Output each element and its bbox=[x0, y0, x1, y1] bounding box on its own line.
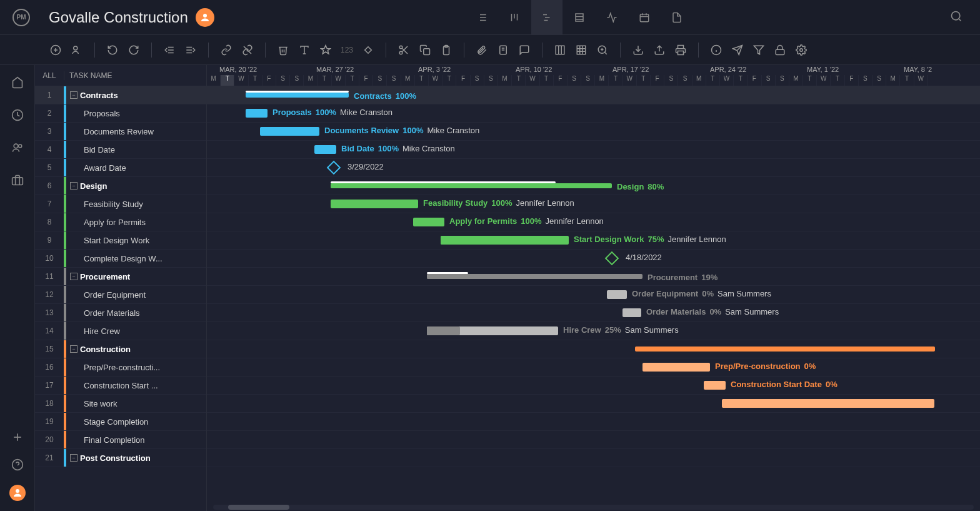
task-row[interactable]: 20Final Completion bbox=[35, 431, 206, 449]
task-row[interactable]: 13Order Materials bbox=[35, 304, 206, 322]
view-activity-icon[interactable] bbox=[596, 0, 628, 35]
search-icon[interactable] bbox=[945, 5, 968, 29]
cut-icon[interactable] bbox=[395, 41, 412, 59]
toolbar-number: 123 bbox=[341, 46, 353, 54]
horizontal-scrollbar[interactable] bbox=[213, 505, 974, 510]
delete-icon[interactable] bbox=[274, 41, 292, 59]
view-gantt-icon[interactable] bbox=[531, 0, 562, 35]
task-row[interactable]: 17Construction Start ... bbox=[35, 377, 206, 395]
link-icon[interactable] bbox=[218, 41, 235, 59]
gantt-bar[interactable]: Design80% bbox=[331, 183, 612, 188]
task-row[interactable]: 4Bid Date bbox=[35, 141, 206, 159]
gantt-bar[interactable]: Hire Crew25%Sam Summers bbox=[427, 326, 558, 335]
gantt-bar[interactable]: Bid Date100%Mike Cranston bbox=[314, 145, 336, 154]
send-icon[interactable] bbox=[729, 41, 746, 59]
plus-icon[interactable] bbox=[10, 430, 25, 445]
filter-icon[interactable] bbox=[750, 41, 768, 59]
gantt-body[interactable]: Contracts100%Proposals100%Mike CranstonD… bbox=[207, 86, 980, 511]
task-row[interactable]: 16Prep/Pre-constructi... bbox=[35, 358, 206, 377]
briefcase-icon[interactable] bbox=[10, 173, 25, 188]
scrollbar-thumb[interactable] bbox=[228, 505, 289, 510]
view-file-icon[interactable] bbox=[661, 0, 692, 35]
recent-icon[interactable] bbox=[10, 108, 25, 123]
column-task-name[interactable]: TASK NAME bbox=[64, 71, 206, 80]
view-board-icon[interactable] bbox=[499, 0, 530, 35]
column-all[interactable]: ALL bbox=[35, 71, 64, 80]
gantt-bar[interactable]: Start Design Work75%Jennifer Lennon bbox=[441, 236, 569, 245]
gantt-bar[interactable]: Contracts100% bbox=[246, 93, 349, 98]
milestone-marker[interactable] bbox=[327, 161, 341, 175]
task-row[interactable]: 14Hire Crew bbox=[35, 322, 206, 340]
gantt-chart: MAR, 20 '22MAR, 27 '22APR, 3 '22APR, 10 … bbox=[207, 65, 980, 511]
indent-icon[interactable] bbox=[182, 41, 199, 59]
copy-icon[interactable] bbox=[416, 41, 434, 59]
task-row[interactable]: 2Proposals bbox=[35, 104, 206, 123]
gantt-bar[interactable]: Proposals100%Mike Cranston bbox=[246, 109, 268, 118]
user-avatar[interactable] bbox=[196, 8, 214, 27]
sidebar-avatar[interactable] bbox=[9, 485, 26, 501]
app-logo[interactable]: PM bbox=[12, 9, 30, 26]
svg-rect-16 bbox=[641, 14, 649, 21]
task-row[interactable]: 10Complete Design W... bbox=[35, 250, 206, 268]
milestone-marker[interactable] bbox=[605, 251, 619, 266]
task-row[interactable]: 18Site work bbox=[35, 395, 206, 413]
settings-icon[interactable] bbox=[792, 41, 810, 59]
gantt-bar[interactable] bbox=[722, 399, 934, 408]
lock-icon[interactable] bbox=[771, 41, 789, 59]
task-row[interactable]: 3Documents Review bbox=[35, 123, 206, 141]
gantt-bar[interactable]: Order Materials0%Sam Summers bbox=[622, 308, 641, 317]
grid-icon[interactable] bbox=[572, 41, 590, 59]
attach-icon[interactable] bbox=[473, 41, 491, 59]
export-icon[interactable] bbox=[651, 41, 668, 59]
zoom-icon[interactable] bbox=[594, 41, 611, 59]
outdent-icon[interactable] bbox=[161, 41, 178, 59]
text-icon[interactable] bbox=[296, 41, 313, 59]
unlink-icon[interactable] bbox=[239, 41, 256, 59]
home-icon[interactable] bbox=[10, 75, 25, 90]
task-row[interactable]: 9Start Design Work bbox=[35, 231, 206, 250]
task-row[interactable]: 7Feasibility Study bbox=[35, 195, 206, 213]
task-row[interactable]: 21−Post Construction bbox=[35, 449, 206, 467]
import-icon[interactable] bbox=[629, 41, 647, 59]
task-row[interactable]: 19Stage Completion bbox=[35, 413, 206, 431]
view-calendar-icon[interactable] bbox=[629, 0, 660, 35]
task-row[interactable]: 11−Procurement bbox=[35, 268, 206, 286]
task-row[interactable]: 12Order Equipment bbox=[35, 286, 206, 304]
task-row[interactable]: 15−Construction bbox=[35, 340, 206, 358]
expand-icon[interactable]: − bbox=[70, 91, 78, 99]
gantt-bar[interactable]: Procurement19% bbox=[427, 274, 642, 279]
print-icon[interactable] bbox=[672, 41, 689, 59]
task-row[interactable]: 5Award Date bbox=[35, 159, 206, 177]
gantt-bar[interactable]: Prep/Pre-construction0% bbox=[642, 363, 710, 372]
expand-icon[interactable]: − bbox=[70, 273, 78, 280]
user-add-icon[interactable] bbox=[68, 41, 86, 59]
expand-icon[interactable]: − bbox=[70, 182, 78, 190]
task-row[interactable]: 6−Design bbox=[35, 177, 206, 195]
svg-rect-48 bbox=[556, 46, 564, 54]
milestone-icon[interactable] bbox=[359, 41, 377, 59]
comment-icon[interactable] bbox=[516, 41, 533, 59]
gantt-bar[interactable]: Apply for Permits100%Jennifer Lennon bbox=[413, 218, 444, 226]
expand-icon[interactable]: − bbox=[70, 345, 78, 353]
paste-icon[interactable] bbox=[438, 41, 455, 59]
task-row[interactable]: 8Apply for Permits bbox=[35, 213, 206, 231]
task-row[interactable]: 1−Contracts bbox=[35, 86, 206, 104]
add-icon[interactable] bbox=[47, 41, 64, 59]
columns-icon[interactable] bbox=[551, 41, 569, 59]
gantt-bar[interactable]: Order Equipment0%Sam Summers bbox=[607, 290, 627, 299]
svg-point-0 bbox=[203, 14, 207, 18]
gantt-bar[interactable]: Documents Review100%Mike Cranston bbox=[260, 127, 319, 136]
view-list-icon[interactable] bbox=[466, 0, 498, 35]
gantt-bar[interactable] bbox=[635, 347, 935, 352]
gantt-bar[interactable]: Feasibility Study100%Jennifer Lennon bbox=[331, 200, 418, 208]
expand-icon[interactable]: − bbox=[70, 454, 78, 462]
team-icon[interactable] bbox=[10, 140, 25, 155]
info-icon[interactable] bbox=[708, 41, 725, 59]
undo-icon[interactable] bbox=[104, 41, 121, 59]
view-sheet-icon[interactable] bbox=[564, 0, 595, 35]
redo-icon[interactable] bbox=[125, 41, 142, 59]
gantt-bar[interactable]: Construction Start Date0% bbox=[704, 381, 726, 390]
note-icon[interactable] bbox=[494, 41, 512, 59]
help-icon[interactable] bbox=[10, 457, 25, 472]
color-icon[interactable] bbox=[317, 41, 334, 59]
